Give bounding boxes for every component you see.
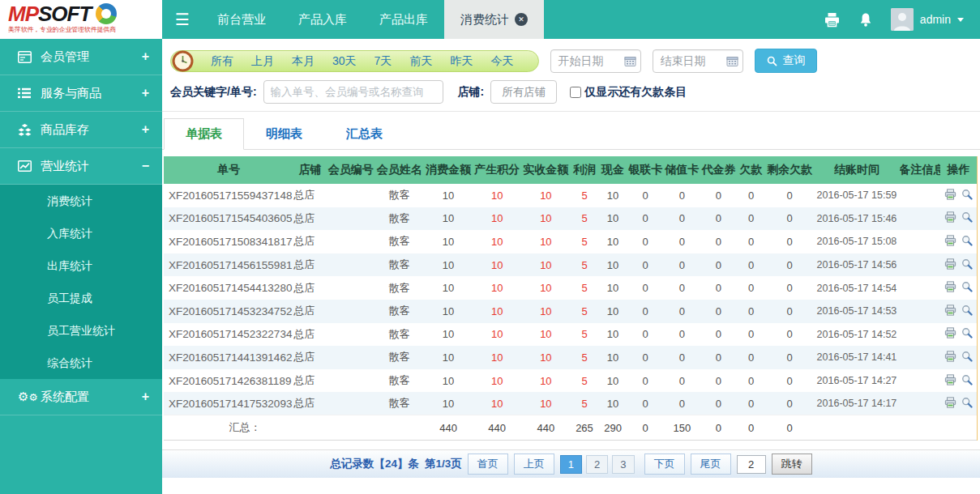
row-print-icon[interactable]	[944, 304, 956, 318]
sidebar-item[interactable]: 商品库存+	[0, 112, 162, 148]
cell-cash: 10	[599, 184, 627, 207]
cell-order_no: XF201605171559437148	[164, 184, 293, 207]
cell-debt: 0	[737, 369, 765, 393]
tab-close-icon[interactable]	[515, 13, 528, 26]
row-detail-icon[interactable]	[961, 235, 973, 249]
top-bar: MPSOFT 美萍软件，专业的企业管理软件提供商 ☰ 前台营业产品入库产品出库消…	[0, 0, 980, 39]
column-header-ops: 操作	[940, 156, 977, 184]
table-row: XF201605171441391462总店散客1010105100000020…	[164, 346, 977, 369]
cell-time: 2016-05-17 15:46	[814, 207, 899, 231]
user-menu[interactable]: admin	[891, 8, 964, 31]
sidebar-subitem[interactable]: 员工营业统计	[0, 314, 162, 347]
store-label: 店铺:	[458, 85, 485, 100]
quick-range-link[interactable]: 今天	[490, 54, 513, 67]
cell-stored_card: 0	[664, 323, 700, 347]
cell-store: 总店	[293, 369, 326, 393]
cell-stored_card: 0	[664, 346, 700, 369]
row-print-icon[interactable]	[944, 281, 956, 295]
sidebar-item[interactable]: ⚙⚙系统配置+	[0, 379, 162, 415]
cell-member_name: 散客	[375, 392, 424, 415]
cell-member_name: 散客	[375, 253, 424, 277]
row-print-icon[interactable]	[944, 327, 956, 341]
cell-remaining_debt: 0	[765, 369, 814, 393]
sidebar-subitem[interactable]: 出库统计	[0, 249, 162, 282]
cell-member_no	[327, 184, 375, 207]
quick-range-link[interactable]: 上月	[251, 54, 274, 67]
prev-page-button[interactable]: 上页	[514, 454, 554, 475]
cell-member_no	[327, 253, 375, 277]
sidebar-item[interactable]: 营业统计−	[0, 148, 162, 185]
tab-order-list[interactable]: 单据表	[164, 118, 244, 150]
jump-button[interactable]: 跳转	[772, 454, 812, 475]
row-detail-icon[interactable]	[961, 351, 973, 364]
row-detail-icon[interactable]	[961, 397, 973, 411]
row-print-icon[interactable]	[944, 211, 956, 225]
column-header-debt: 欠款	[737, 156, 765, 184]
sidebar-subitem[interactable]: 员工提成	[0, 282, 162, 314]
summary-cell-debt: 0	[737, 415, 765, 441]
page-button[interactable]: 3	[612, 455, 634, 474]
next-page-button[interactable]: 下页	[644, 454, 685, 475]
cell-time: 2016-05-17 14:27	[814, 369, 899, 393]
sidebar-item[interactable]: 会员管理+	[0, 39, 162, 75]
row-detail-icon[interactable]	[961, 304, 973, 318]
quick-range-link[interactable]: 7天	[374, 54, 392, 67]
sidebar-subitem[interactable]: 综合统计	[0, 347, 162, 379]
row-detail-icon[interactable]	[961, 189, 973, 202]
top-nav-tab-active[interactable]: 消费统计	[444, 0, 544, 39]
cell-debt: 0	[737, 230, 765, 253]
quick-range-link[interactable]: 所有	[211, 54, 233, 67]
row-print-icon[interactable]	[944, 235, 956, 249]
calendar-icon[interactable]	[624, 55, 636, 70]
keyword-input[interactable]	[263, 80, 443, 104]
tab-detail-list[interactable]: 明细表	[244, 118, 324, 150]
row-detail-icon[interactable]	[961, 211, 973, 225]
row-print-icon[interactable]	[944, 258, 956, 272]
row-detail-icon[interactable]	[961, 374, 973, 388]
cell-note	[900, 346, 940, 369]
quick-range-link[interactable]: 30天	[332, 54, 357, 67]
hamburger-menu-icon[interactable]: ☰	[162, 0, 201, 39]
store-select-button[interactable]: 所有店铺	[490, 80, 557, 104]
cell-note	[900, 253, 940, 277]
row-print-icon[interactable]	[944, 189, 956, 202]
cell-voucher: 0	[700, 184, 737, 207]
quick-range-link[interactable]: 本月	[292, 54, 315, 67]
sidebar-subitem-active[interactable]: 消费统计	[0, 185, 162, 217]
orders-table-wrap: 单号店铺会员编号会员姓名消费金额产生积分实收金额利润现金银联卡储值卡代金券欠款剩…	[164, 156, 978, 441]
row-detail-icon[interactable]	[961, 258, 973, 272]
print-icon[interactable]	[824, 12, 841, 28]
row-detail-icon[interactable]	[961, 281, 973, 295]
calendar-icon[interactable]	[726, 55, 738, 70]
row-detail-icon[interactable]	[961, 327, 973, 341]
bell-icon[interactable]	[858, 12, 873, 28]
cell-profit: 5	[570, 369, 598, 393]
debt-only-checkbox[interactable]	[570, 87, 581, 98]
sidebar-item[interactable]: 服务与商品+	[0, 75, 162, 112]
chevron-down-icon	[957, 18, 964, 22]
summary-cell-stored_card: 150	[664, 415, 700, 441]
search-button[interactable]: 查询	[755, 49, 817, 73]
last-page-button[interactable]: 尾页	[691, 454, 731, 475]
quick-range-link[interactable]: 昨天	[450, 54, 473, 67]
top-nav-item[interactable]: 前台营业	[201, 0, 282, 39]
first-page-button[interactable]: 首页	[468, 454, 508, 475]
debt-only-label: 仅显示还有欠款条目	[584, 85, 687, 100]
row-print-icon[interactable]	[944, 374, 956, 388]
row-print-icon[interactable]	[944, 397, 956, 411]
page-button[interactable]: 2	[586, 455, 608, 474]
jump-page-input[interactable]	[737, 455, 766, 474]
expand-icon: +	[142, 390, 149, 404]
tab-summary-list[interactable]: 汇总表	[324, 118, 404, 150]
cell-points: 10	[473, 253, 521, 277]
sidebar-subitem[interactable]: 入库统计	[0, 217, 162, 249]
top-nav-item[interactable]: 产品入库	[282, 0, 363, 39]
cell-voucher: 0	[700, 346, 737, 369]
summary-row: 汇总：4404404402652900150000	[164, 415, 977, 441]
top-nav-item[interactable]: 产品出库	[363, 0, 444, 39]
cell-amount: 10	[424, 230, 473, 253]
column-header-member_name: 会员姓名	[375, 156, 424, 184]
quick-range-link[interactable]: 前天	[409, 54, 432, 67]
page-button-active[interactable]: 1	[560, 455, 582, 474]
row-print-icon[interactable]	[944, 351, 956, 364]
